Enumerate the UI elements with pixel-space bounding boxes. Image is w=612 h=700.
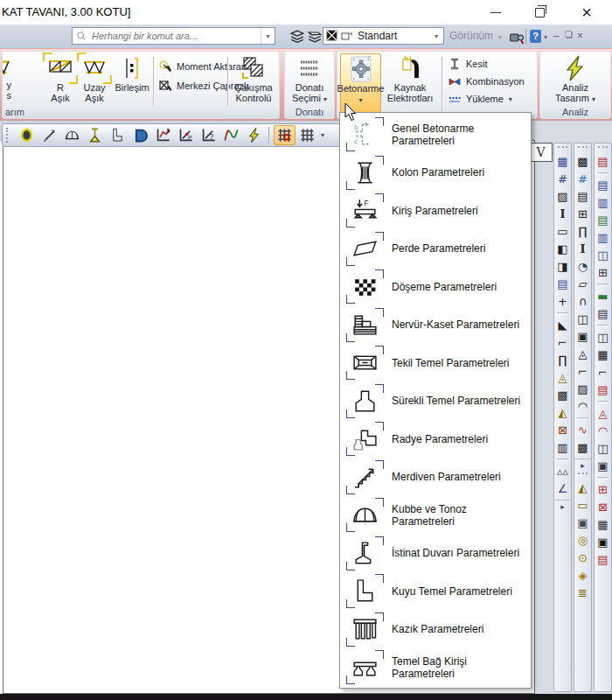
roof-report-tool-icon[interactable]: ◬: [595, 405, 611, 423]
region-left-tool-icon[interactable]: ◧: [554, 241, 571, 258]
toolbar-overflow-arrow-icon[interactable]: ▾: [321, 131, 324, 139]
report-check-tool-icon[interactable]: ▥: [595, 194, 611, 212]
uzay-asik-button[interactable]: Uzay Aşık: [77, 53, 112, 109]
corner-tool-icon[interactable]: ⌐: [554, 334, 571, 352]
analysis-run-tool-icon[interactable]: [243, 125, 265, 145]
moment-curve-tool-icon[interactable]: ∿: [574, 422, 591, 439]
child-close-button[interactable]: ×: [577, 30, 583, 42]
command-search[interactable]: ▾: [72, 27, 275, 45]
menu-item[interactable]: Kazık Parametreleri: [343, 611, 531, 649]
triangle-tool-icon[interactable]: ◣: [554, 317, 571, 334]
level-marks-tool-icon[interactable]: ▵▵: [554, 463, 571, 480]
help-dropdown-arrow-icon[interactable]: ▾: [544, 33, 547, 41]
close-button[interactable]: ×: [574, 3, 600, 22]
graph-tool-icon[interactable]: [152, 125, 174, 145]
report-green-tool-icon[interactable]: ▤: [595, 212, 611, 229]
region-right-tool-icon[interactable]: ◨: [554, 258, 571, 276]
menu-item[interactable]: Kolon Parametreleri: [343, 154, 531, 192]
del-doc-tool-icon[interactable]: ⊠: [595, 499, 611, 516]
menu-item[interactable]: Nervür-Kaset Parametreleri: [343, 306, 531, 345]
menu-item[interactable]: Döşeme Parametreleri: [343, 268, 531, 306]
yukleme-button[interactable]: Yükleme ▾: [448, 90, 512, 108]
portal-tool-icon[interactable]: ∏: [554, 352, 571, 369]
grid-display-active-icon[interactable]: [274, 125, 296, 145]
toolbar-overflow-button[interactable]: ▸: [554, 500, 571, 511]
pin-circle-tool-icon[interactable]: ⊙: [574, 550, 591, 567]
layer-stack-button[interactable]: [307, 28, 323, 45]
column-section-tool-icon[interactable]: [16, 125, 38, 145]
copy-red-tool-icon[interactable]: ▤: [595, 382, 611, 399]
style-combo[interactable]: Standart ▾: [323, 27, 444, 45]
toolbar-gripper[interactable]: [578, 146, 588, 151]
grid-table-tool-icon[interactable]: ▦: [554, 153, 571, 171]
restore-button[interactable]: [526, 3, 553, 22]
move-node-tool-icon[interactable]: +: [554, 293, 571, 311]
help-button[interactable]: ?: [530, 30, 541, 43]
panel-tool-icon[interactable]: ▱: [574, 276, 591, 293]
beam-support-tool-icon[interactable]: ∏: [574, 223, 591, 241]
report-view-tool-icon[interactable]: ▥: [595, 229, 611, 247]
toolbar-gripper[interactable]: [6, 128, 11, 143]
hatch-tool-icon[interactable]: ▩: [554, 387, 571, 404]
toolbar-gripper[interactable]: [558, 146, 567, 151]
dome-tool-icon[interactable]: [61, 125, 83, 145]
slab-dark-tool-icon[interactable]: ▩: [574, 153, 591, 171]
betonarme-dropdown-arrow-icon[interactable]: ▾: [358, 95, 362, 106]
grid-report-tool-icon[interactable]: ▦: [595, 346, 611, 364]
pilecap-tool-icon[interactable]: ⌐: [574, 363, 591, 381]
toolbar-overflow-button[interactable]: ▸: [574, 458, 591, 470]
grid-doc-tool-icon[interactable]: ▦: [595, 516, 611, 534]
sheet-tool-icon[interactable]: ▥: [554, 439, 571, 457]
final-report-tool-icon[interactable]: ▤: [595, 551, 611, 569]
add-doc-tool-icon[interactable]: ⊞: [595, 481, 611, 499]
mesh-tool-icon[interactable]: #: [574, 171, 591, 188]
column-edit-tool-icon[interactable]: ◭: [574, 480, 591, 497]
report-plain-tool-icon[interactable]: ▤: [595, 305, 611, 323]
toolbar-gripper[interactable]: [578, 472, 588, 478]
footing-report-tool-icon[interactable]: ◫: [595, 329, 611, 346]
analiz-tasarim-button[interactable]: Analiz Tasarım ▾: [553, 53, 598, 109]
dome-arc-tool-icon[interactable]: ◠: [574, 398, 591, 416]
footing-doc-tool-icon[interactable]: ◫: [595, 440, 611, 458]
report-copy-tool-icon[interactable]: ◫: [595, 247, 611, 264]
pad-footing-tool-icon[interactable]: ▣: [574, 328, 591, 346]
stairs-tool-icon[interactable]: [38, 125, 60, 145]
toolbar-gripper[interactable]: [598, 146, 608, 151]
search-input[interactable]: [90, 30, 261, 42]
grid-display-icon[interactable]: [296, 125, 318, 145]
wall-pen-tool-icon[interactable]: ▨: [554, 188, 571, 206]
list-edit-tool-icon[interactable]: ≣: [574, 584, 591, 602]
diamond-edit-tool-icon[interactable]: ◈: [574, 567, 591, 584]
graph-query-tool-icon[interactable]: ?: [198, 125, 219, 145]
search-dropdown-arrow-icon[interactable]: ▾: [261, 28, 275, 44]
footing-tool-icon[interactable]: ◫: [574, 311, 591, 328]
layer-list-button[interactable]: [289, 28, 305, 45]
dark-grid-tool-icon[interactable]: ▩: [574, 439, 591, 457]
menu-item[interactable]: Tekil Temel Parametreleri: [343, 344, 531, 382]
menu-item[interactable]: bcGenel Betonarme Parametreleri: [343, 116, 531, 154]
copy-report-tool-icon[interactable]: ▤: [595, 153, 611, 171]
menu-item[interactable]: FKiriş Parametreleri: [343, 192, 531, 230]
spectrum-bar-tool-icon[interactable]: ▬: [595, 288, 611, 305]
beam-pen-tool-icon[interactable]: ▭: [554, 223, 571, 241]
kesit-button[interactable]: Kesit: [448, 55, 487, 73]
truss-pen-tool-icon[interactable]: ◭: [554, 404, 571, 422]
cakisma-kontrolu-button[interactable]: Çakışma Kontrolü: [231, 53, 276, 109]
roof-pen-tool-icon[interactable]: ◬: [554, 369, 571, 387]
waffle-slab-tool-icon[interactable]: ⊞: [574, 206, 591, 223]
view-menu-button[interactable]: Görünüm▾: [449, 30, 502, 42]
minimize-button[interactable]: [483, 3, 509, 22]
arch-tool-icon[interactable]: ∩: [574, 293, 591, 311]
column-elev-tool-icon[interactable]: I: [574, 241, 591, 258]
canvas-filter-button[interactable]: V: [529, 143, 553, 162]
plumb-tool-icon[interactable]: [84, 125, 106, 145]
menu-item[interactable]: Radye Parametreleri: [343, 420, 531, 458]
truncated-button[interactable]: y s: [3, 53, 17, 109]
spectrum-tool-icon[interactable]: [220, 125, 242, 145]
library-tool-icon[interactable]: ▤: [554, 276, 571, 293]
corner-profile-tool-icon[interactable]: [107, 125, 129, 145]
menu-item[interactable]: Sürekli Temel Parametreleri: [343, 382, 531, 421]
window-edit-tool-icon[interactable]: ▣: [574, 514, 591, 532]
child-restore-button[interactable]: ❏: [565, 30, 573, 39]
menu-item[interactable]: Merdiven Parametreleri: [343, 458, 531, 497]
